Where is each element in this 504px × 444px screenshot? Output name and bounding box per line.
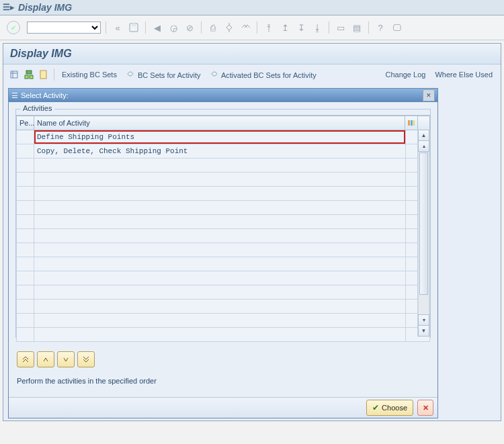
- enter-icon[interactable]: ✔: [7, 21, 20, 34]
- help-icon[interactable]: ?: [374, 21, 387, 34]
- table-row[interactable]: [17, 187, 430, 201]
- instruction-text: Perform the activities in the specified …: [17, 377, 429, 385]
- svg-rect-4: [30, 75, 33, 79]
- prev-page-icon[interactable]: ↥: [278, 21, 292, 34]
- where-else-link[interactable]: Where Else Used: [431, 71, 497, 79]
- svg-rect-2: [26, 71, 32, 74]
- activated-bcsets-link[interactable]: Activated BC Sets for Activity: [206, 70, 321, 79]
- svg-rect-6: [408, 120, 410, 126]
- col-pe[interactable]: Pe...: [17, 116, 34, 130]
- table-row[interactable]: [17, 314, 430, 328]
- table-row[interactable]: [17, 173, 430, 187]
- table-row[interactable]: [17, 257, 430, 271]
- existing-bcsets-link[interactable]: Existing BC Sets: [58, 71, 121, 79]
- dialog-title: Select Activity:: [21, 91, 69, 99]
- svg-rect-8: [413, 120, 415, 126]
- settings-icon[interactable]: 🖵: [390, 21, 403, 34]
- app-toolbar: ✔ « ◀ ◶ ⊘ ⎙ ⭱ ↥ ↧ ⭳ ▭ ▤ ? 🖵: [0, 15, 504, 40]
- scroll-up-icon[interactable]: ▲: [418, 130, 429, 141]
- first-page-icon[interactable]: ⭱: [262, 21, 276, 34]
- prev-record-button[interactable]: [37, 351, 54, 367]
- expand-icon[interactable]: [7, 68, 21, 81]
- scroll-end-icon[interactable]: ▾: [418, 314, 429, 326]
- table-row[interactable]: [17, 201, 430, 215]
- window-title: Display IMG: [18, 2, 72, 13]
- svg-rect-3: [25, 75, 28, 79]
- table-row[interactable]: [17, 285, 430, 300]
- table-row[interactable]: Copy, Delete, Check Shipping Point: [17, 144, 430, 159]
- first-record-button[interactable]: [17, 351, 34, 367]
- change-log-link[interactable]: Change Log: [381, 71, 429, 79]
- group-title: Activities: [20, 104, 54, 112]
- back-icon[interactable]: «: [111, 21, 124, 34]
- configure-columns-icon[interactable]: [405, 116, 418, 130]
- svg-rect-5: [40, 71, 46, 79]
- check-icon: ✔: [372, 403, 379, 412]
- print-icon[interactable]: ⎙: [206, 21, 220, 34]
- table-row[interactable]: [17, 328, 430, 342]
- panel: Display IMG Existing BC Sets BC Sets for…: [3, 43, 501, 421]
- command-field[interactable]: [27, 21, 101, 34]
- cancel-button[interactable]: ✕: [417, 400, 433, 416]
- doc-icon[interactable]: [37, 68, 50, 81]
- svg-rect-7: [411, 120, 413, 126]
- window-menu-icon[interactable]: ☰▸: [3, 3, 14, 12]
- table-row[interactable]: Define Shipping Points: [17, 130, 430, 144]
- last-page-icon[interactable]: ⭳: [310, 21, 324, 34]
- panel-title: Display IMG: [3, 44, 501, 64]
- dialog-icon: ☰: [11, 91, 18, 100]
- last-record-button[interactable]: [77, 351, 95, 367]
- table-row[interactable]: [17, 159, 430, 173]
- find-next-icon[interactable]: [239, 21, 252, 34]
- new-session-icon[interactable]: ▭: [334, 21, 347, 34]
- table-row[interactable]: [17, 215, 430, 229]
- cancel-round-icon[interactable]: ⊘: [183, 21, 196, 34]
- select-activity-dialog: ☰ Select Activity: ✕ Activities Pe... Na…: [8, 88, 438, 418]
- scroll-down-icon[interactable]: ▼: [418, 326, 429, 337]
- panel-toolbar: Existing BC Sets BC Sets for Activity Ac…: [3, 64, 501, 85]
- back-round-icon[interactable]: ◀: [151, 21, 164, 34]
- layout-icon[interactable]: ▤: [350, 21, 364, 34]
- next-page-icon[interactable]: ↧: [294, 21, 308, 34]
- close-icon[interactable]: ✕: [423, 89, 435, 101]
- find-icon[interactable]: [222, 21, 236, 34]
- table-row[interactable]: [17, 243, 430, 257]
- next-record-button[interactable]: [57, 351, 75, 367]
- tree-icon[interactable]: [22, 68, 36, 81]
- table-row[interactable]: [17, 271, 430, 285]
- col-name[interactable]: Name of Activity: [34, 116, 406, 130]
- up-round-icon[interactable]: ◶: [167, 21, 180, 34]
- table-row[interactable]: [17, 229, 430, 243]
- table-row[interactable]: [17, 300, 430, 314]
- save-icon[interactable]: [127, 21, 140, 34]
- table-scrollbar[interactable]: ▲ ▴ ▾ ▼: [417, 130, 429, 337]
- choose-button[interactable]: ✔ Choose: [366, 400, 413, 416]
- activities-table: Pe... Name of Activity Define Shipping P…: [16, 116, 430, 342]
- svg-rect-1: [132, 24, 136, 26]
- bcsets-activity-link[interactable]: BC Sets for Activity: [122, 70, 205, 79]
- scroll-home-icon[interactable]: ▴: [418, 141, 429, 152]
